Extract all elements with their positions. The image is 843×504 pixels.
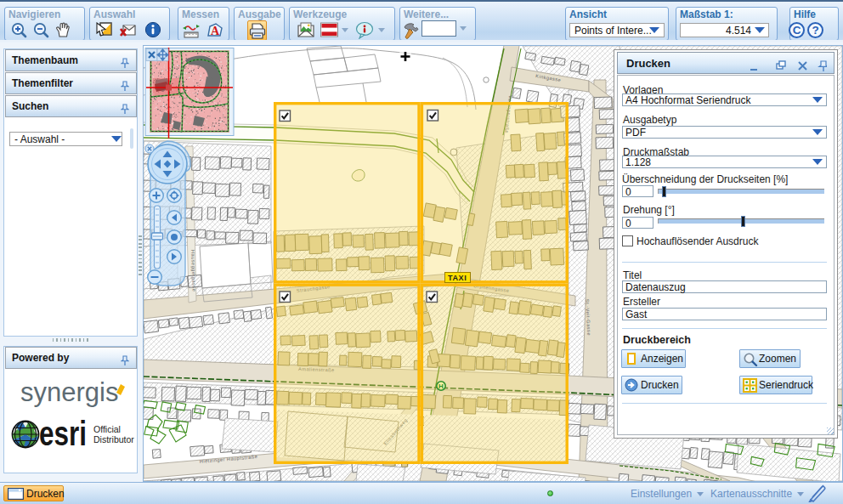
- svg-text:Official: Official: [93, 424, 121, 434]
- svg-text:Distributor: Distributor: [93, 434, 134, 445]
- svg-text:esri: esri: [39, 417, 87, 451]
- svg-text:A: A: [211, 25, 220, 37]
- svg-text:H: H: [438, 382, 444, 390]
- svg-text:TAXI: TAXI: [448, 274, 467, 282]
